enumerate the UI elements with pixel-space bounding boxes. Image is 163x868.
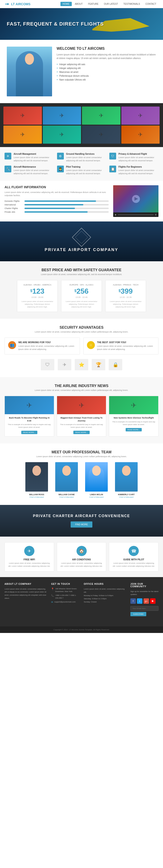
avatar-head bbox=[122, 466, 131, 476]
nav-home[interactable]: HOME bbox=[60, 2, 72, 6]
security-card-content: WE ARE WORKING FOR YOU! Lorem ipsum dolo… bbox=[18, 341, 76, 351]
price-description: Lorem ipsum dolor sit amet consectetur a… bbox=[109, 300, 142, 308]
service-text: Lorem ipsum dolor sit amet consectetur a… bbox=[13, 156, 54, 162]
footer-hours-col: OFFICE HOURS Lorem ipsum dolor sit amet,… bbox=[84, 583, 126, 616]
feature-box-text: Lorem ipsum dolor sit amet, consectetur … bbox=[112, 562, 155, 568]
service-icon-privacy: 🛡 bbox=[109, 153, 116, 159]
progress-bar-row: Domestic Flights bbox=[4, 200, 109, 202]
progress-bar-row: International bbox=[4, 204, 109, 206]
feature-box-guide: ☎ GUIDE WITH PILOT Lorem ipsum dolor sit… bbox=[109, 542, 159, 571]
service-item: 👨‍✈️ Pilot Training Lorem ipsum dolor si… bbox=[57, 165, 106, 175]
video-progress-bar[interactable] bbox=[118, 214, 154, 215]
service-icon-maintenance: 🔧 bbox=[4, 165, 11, 173]
team-members: WILLIAM ROSS Chief of Attendant WILLIAM … bbox=[4, 462, 159, 498]
price-route: ALBANIA - PRIMUS - TECH bbox=[109, 284, 142, 286]
twitter-button[interactable]: t bbox=[137, 598, 142, 604]
phone-text: +088 1-234-456 7 +088 1-234-456 7 bbox=[55, 594, 79, 599]
progress-track bbox=[24, 200, 109, 202]
gallery-item[interactable]: ✈ bbox=[121, 126, 160, 144]
price-description: Lorem ipsum dolor sit amet consectetur a… bbox=[21, 300, 54, 308]
subscribe-button[interactable]: SUBSCRIBE bbox=[130, 612, 146, 616]
google-plus-button[interactable]: g+ bbox=[143, 598, 149, 604]
progress-bar-row: Private Jets bbox=[4, 211, 109, 213]
security-logo-2: ✈ bbox=[58, 359, 71, 370]
service-item: ⚙ Ground Handling Services Lorem ipsum d… bbox=[57, 153, 106, 162]
footer-social: f t g+ ▶ bbox=[130, 598, 159, 604]
gallery-item[interactable]: ✈ bbox=[43, 106, 81, 125]
nav-testimonials[interactable]: TESTIMONIALS bbox=[121, 2, 142, 6]
team-member-title: Chief of Attendant bbox=[83, 496, 110, 498]
news-image-icon: ✈ bbox=[5, 396, 54, 414]
subscribe-email-input[interactable] bbox=[130, 606, 159, 611]
team-subtitle: Lorem ipsum dolor sit amet, consectetur … bbox=[4, 455, 159, 458]
progress-label: Charter Flights bbox=[4, 207, 23, 210]
read-more-button-2[interactable]: READ MORE... bbox=[73, 431, 89, 434]
services-section: ✈ Aircraft Management Lorem ipsum dolor … bbox=[0, 147, 163, 181]
hours-item: Lorem ipsum dolor sit amet, consectetur … bbox=[84, 588, 126, 594]
team-member-title: Chief of Attendant bbox=[53, 496, 80, 498]
email-text: support@yourdomain.com bbox=[54, 600, 76, 603]
team-member-2: WILLIAM CAYNE Chief of Attendant bbox=[53, 462, 80, 498]
guide-icon: ☎ bbox=[129, 546, 139, 556]
security-section: SECURITY ADVANTAGES Lorem ipsum dolor si… bbox=[0, 319, 163, 377]
news-subtitle: Lorem ipsum dolor sit amet, consectetur … bbox=[4, 389, 159, 391]
price-currency: $ bbox=[75, 289, 77, 293]
security-card-2: ☆ THE BEST JUST FOR YOU! Lorem ipsum dol… bbox=[83, 338, 159, 354]
security-subtitle: Lorem ipsum dolor sit amet, consectetur … bbox=[4, 331, 159, 333]
wifi-icon: ✈ bbox=[24, 546, 34, 556]
price-value: 399 bbox=[121, 287, 133, 295]
find-more-button[interactable]: FIND MORE bbox=[71, 521, 92, 528]
service-text: Lorem ipsum dolor sit amet consectetur a… bbox=[118, 169, 159, 175]
nav-contact[interactable]: CONTACT bbox=[143, 2, 159, 6]
team-section: MEET OUR PROFESSIONAL TEAM Lorem ipsum d… bbox=[0, 443, 163, 505]
footer-grid: ABOUT LT COMPANY Lorem ipsum dolor sit a… bbox=[4, 583, 159, 616]
services-grid: ✈ Aircraft Management Lorem ipsum dolor … bbox=[4, 153, 159, 175]
service-content: Aircraft Maintenance Lorem ipsum dolor s… bbox=[13, 165, 54, 175]
footer-phone: 📞 +088 1-234-456 7 +088 1-234-456 7 bbox=[51, 594, 79, 599]
service-text: Lorem ipsum dolor sit amet consectetur a… bbox=[66, 169, 106, 175]
youtube-button[interactable]: ▶ bbox=[150, 598, 156, 604]
news-card-text: This is example of a wonderful way to in… bbox=[59, 423, 104, 429]
team-avatar-1 bbox=[25, 462, 48, 492]
team-member-name: WILLIAM ROSS bbox=[23, 493, 50, 496]
footer: ABOUT LT COMPANY Lorem ipsum dolor sit a… bbox=[0, 577, 163, 626]
nav-latest[interactable]: OUR LATEST bbox=[102, 2, 120, 6]
feature-box-title: GUIDE WITH PILOT bbox=[112, 558, 155, 561]
gallery-item[interactable]: ✈ bbox=[82, 106, 120, 125]
best-price-subtitle: Lorem ipsum dolor sit amet, consectetur … bbox=[4, 273, 159, 276]
team-title: MEET OUR PROFESSIONAL TEAM bbox=[4, 450, 159, 454]
video-thumbnail[interactable] bbox=[113, 185, 159, 212]
hours-item: Monday to Friday: 9:00am to 5:00pm bbox=[84, 594, 126, 597]
news-cards: ✈ Back Roads To Become Flight Running At… bbox=[4, 396, 159, 437]
news-image-icon: ✈ bbox=[109, 396, 158, 414]
service-item: 🔧 Aircraft Maintenance Lorem ipsum dolor… bbox=[4, 165, 54, 175]
footer-community-col: JOIN OUR COMMUNITY Sign up for newslette… bbox=[130, 583, 159, 616]
gallery-plane-icon: ✈ bbox=[3, 126, 42, 144]
gallery-item[interactable]: ✈ bbox=[121, 106, 160, 125]
gallery-grid: ✈ ✈ ✈ ✈ ✈ ✈ ✈ ✈ bbox=[3, 106, 160, 144]
feature-box-title: AIR CONDITIONS bbox=[60, 558, 103, 561]
nav-feature[interactable]: FEATURE bbox=[86, 2, 101, 6]
news-card-1: ✈ Back Roads To Become Flight Running At… bbox=[4, 396, 54, 437]
news-card-title: Back Roads To Become Flight Running At 8… bbox=[7, 416, 52, 422]
read-more-button-3[interactable]: READ MORE... bbox=[126, 428, 142, 431]
gallery-item[interactable]: ✈ bbox=[82, 126, 120, 144]
feature-box-wifi: ✈ FREE WIFI Lorem ipsum dolor sit amet, … bbox=[4, 542, 54, 571]
service-title: Aircraft Management bbox=[13, 153, 54, 155]
team-member-title: Chief of Attendant bbox=[113, 496, 140, 498]
progress-track bbox=[24, 211, 109, 213]
gallery-item[interactable]: ✈ bbox=[3, 106, 42, 125]
nav-about[interactable]: ABOUT bbox=[73, 2, 85, 6]
logo[interactable]: LT AIRCOMS bbox=[4, 2, 31, 6]
read-more-button-1[interactable]: READ MORE... bbox=[21, 431, 37, 434]
team-avatar-2 bbox=[55, 462, 78, 492]
service-content: Privacy & Advanced Flight Lorem ipsum do… bbox=[118, 153, 159, 162]
gallery-item[interactable]: ✈ bbox=[3, 126, 42, 144]
video-controls: ▶ ⊞ bbox=[113, 212, 159, 217]
price-card-1: ALBANIA - ARUBA - AMERICA $123 13:00 - 2… bbox=[17, 280, 58, 312]
gallery-item[interactable]: ✈ bbox=[43, 126, 81, 144]
facebook-button[interactable]: f bbox=[130, 598, 136, 604]
footer-about-text: Lorem ipsum dolor sit amet, consectetur … bbox=[4, 588, 47, 600]
charter-title: PRIVATE CHARTER AIRCRAFT CONVENIENCE bbox=[4, 514, 159, 518]
price-time: 12:20 - 22:35 bbox=[109, 296, 142, 299]
